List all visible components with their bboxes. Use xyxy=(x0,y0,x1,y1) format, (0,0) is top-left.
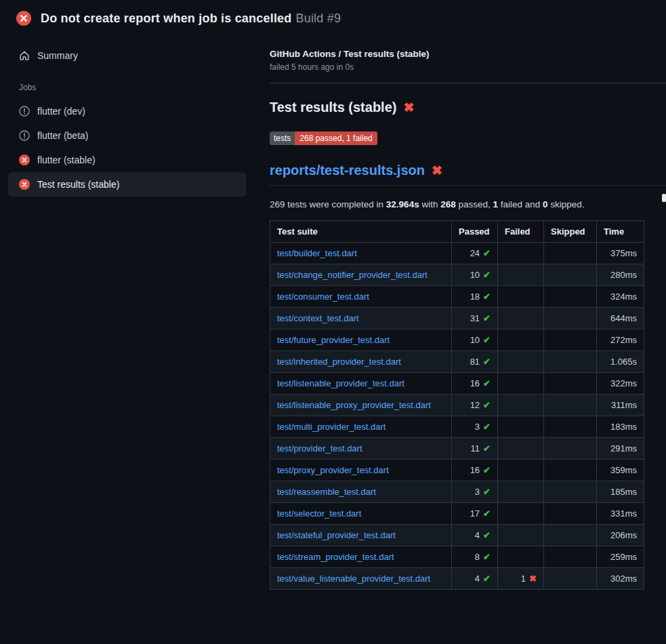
skipped-cell xyxy=(544,481,597,503)
suite-cell: test/context_test.dart xyxy=(270,308,452,329)
suite-cell: test/reassemble_test.dart xyxy=(270,481,452,503)
summary-line: 269 tests were completed in 32.964s with… xyxy=(270,199,644,209)
passed-count: 4 xyxy=(475,573,480,584)
skipped-cell xyxy=(544,438,597,460)
check-icon: ✔ xyxy=(483,530,491,540)
table-row: test/value_listenable_provider_test.dart… xyxy=(270,568,644,590)
failed-cell xyxy=(498,503,544,525)
passed-cell: 16✔ xyxy=(452,460,498,481)
table-row: test/consumer_test.dart18✔324ms xyxy=(270,286,644,308)
check-icon: ✔ xyxy=(483,465,491,475)
test-suite-link[interactable]: test/builder_test.dart xyxy=(277,248,357,258)
failed-cell xyxy=(498,525,544,546)
failed-cell xyxy=(498,308,544,329)
test-suite-link[interactable]: test/multi_provider_test.dart xyxy=(277,422,386,432)
passed-count: 81 xyxy=(470,357,480,367)
table-header-row: Test suite Passed Failed Skipped Time xyxy=(270,221,644,243)
sidebar-item-summary[interactable]: Summary xyxy=(8,43,246,68)
failed-cell xyxy=(498,546,544,568)
test-suite-link[interactable]: test/listenable_provider_test.dart xyxy=(277,378,404,388)
failed-cell xyxy=(498,243,544,264)
suite-cell: test/stateful_provider_test.dart xyxy=(270,525,452,546)
scrollbar-thumb[interactable] xyxy=(662,194,666,202)
sidebar-item-flutter-stable[interactable]: flutter (stable) xyxy=(8,148,246,172)
check-icon: ✔ xyxy=(483,487,491,497)
sidebar-item-flutter-dev[interactable]: flutter (dev) xyxy=(8,99,246,123)
passed-count: 10 xyxy=(470,335,480,345)
summary-bold: 268 xyxy=(440,199,456,209)
col-header-passed: Passed xyxy=(452,221,498,243)
breadcrumb: GitHub Actions / Test results (stable) xyxy=(270,49,644,59)
badge-status: 268 passed, 1 failed xyxy=(295,132,377,145)
sidebar-item-label: flutter (dev) xyxy=(37,106,85,117)
skipped-cell xyxy=(544,460,597,481)
check-run-page: Do not create report when job is cancell… xyxy=(0,0,666,644)
col-header-failed: Failed xyxy=(498,221,544,243)
test-suite-link[interactable]: test/inherited_provider_test.dart xyxy=(277,357,401,367)
check-icon: ✔ xyxy=(483,443,491,454)
check-icon: ✔ xyxy=(483,291,491,302)
sidebar-item-flutter-beta[interactable]: flutter (beta) xyxy=(8,123,246,148)
sidebar-item-label: flutter (stable) xyxy=(37,155,96,165)
time-cell: 183ms xyxy=(597,416,644,438)
time-cell: 311ms xyxy=(597,395,644,416)
passed-count: 16 xyxy=(470,465,480,475)
suite-cell: test/provider_test.dart xyxy=(270,438,452,460)
passed-cell: 81✔ xyxy=(452,351,498,373)
suite-cell: test/multi_provider_test.dart xyxy=(270,416,452,438)
x-icon: ✖ xyxy=(529,573,537,584)
table-row: test/proxy_provider_test.dart16✔359ms xyxy=(270,460,644,481)
test-suite-link[interactable]: test/stateful_provider_test.dart xyxy=(277,530,396,540)
check-title-text: Test results (stable) xyxy=(270,100,396,115)
report-link[interactable]: reports/test-results.json xyxy=(270,163,425,178)
suite-cell: test/change_notifier_provider_test.dart xyxy=(270,264,452,286)
time-cell: 331ms xyxy=(597,503,644,525)
suite-cell: test/consumer_test.dart xyxy=(270,286,452,308)
passed-count: 3 xyxy=(475,422,480,432)
test-suite-link[interactable]: test/reassemble_test.dart xyxy=(277,487,376,497)
test-suite-link[interactable]: test/change_notifier_provider_test.dart xyxy=(277,270,428,280)
passed-count: 8 xyxy=(475,552,480,562)
test-suite-link[interactable]: test/stream_provider_test.dart xyxy=(277,552,394,562)
check-icon: ✔ xyxy=(483,248,491,258)
table-row: test/change_notifier_provider_test.dart1… xyxy=(270,264,644,286)
table-row: test/provider_test.dart11✔291ms xyxy=(270,438,644,460)
time-cell: 185ms xyxy=(597,481,644,503)
test-suite-link[interactable]: test/provider_test.dart xyxy=(277,443,362,454)
passed-cell: 11✔ xyxy=(452,438,498,460)
test-suite-link[interactable]: test/proxy_provider_test.dart xyxy=(277,465,389,475)
skipped-cell xyxy=(544,525,597,546)
check-icon: ✔ xyxy=(483,422,491,432)
table-row: test/stateful_provider_test.dart4✔206ms xyxy=(270,525,644,546)
failed-cell: 1✖ xyxy=(498,568,544,590)
failed-cell xyxy=(498,286,544,308)
check-icon: ✔ xyxy=(483,508,491,519)
skipped-cell xyxy=(544,568,597,590)
test-suite-link[interactable]: test/value_listenable_provider_test.dart xyxy=(277,573,430,584)
failed-cell xyxy=(498,438,544,460)
time-cell: 280ms xyxy=(597,264,644,286)
skipped-cell xyxy=(544,546,597,568)
passed-count: 24 xyxy=(470,248,480,258)
col-header-time: Time xyxy=(597,221,644,243)
test-results-table: Test suite Passed Failed Skipped Time te… xyxy=(270,220,644,590)
run-title: Do not create report when job is cancell… xyxy=(41,12,291,25)
test-suite-link[interactable]: test/consumer_test.dart xyxy=(277,291,369,302)
test-suite-link[interactable]: test/selector_test.dart xyxy=(277,508,361,519)
passed-count: 12 xyxy=(470,400,480,410)
summary-text: failed and xyxy=(498,199,543,209)
table-row: test/selector_test.dart17✔331ms xyxy=(270,503,644,525)
test-suite-link[interactable]: test/future_provider_test.dart xyxy=(277,335,390,345)
test-suite-link[interactable]: test/listenable_proxy_provider_test.dart xyxy=(277,400,431,410)
skipped-cell xyxy=(544,243,597,264)
jobs-heading: Jobs xyxy=(8,68,246,99)
skipped-cell xyxy=(544,503,597,525)
test-suite-link[interactable]: test/context_test.dart xyxy=(277,313,359,323)
sidebar-item-test-results-stable[interactable]: Test results (stable) xyxy=(8,172,246,197)
table-row: test/inherited_provider_test.dart81✔1.06… xyxy=(270,351,644,373)
failed-cell xyxy=(498,460,544,481)
suite-cell: test/listenable_provider_test.dart xyxy=(270,373,452,395)
x-circle-icon xyxy=(19,155,30,165)
skipped-cell xyxy=(544,308,597,329)
time-cell: 1.065s xyxy=(597,351,644,373)
